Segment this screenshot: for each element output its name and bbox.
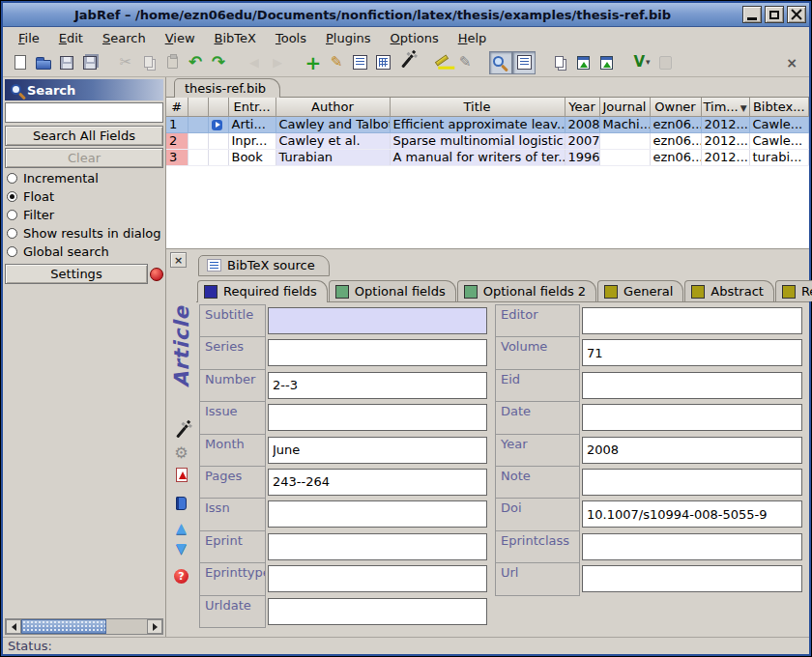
field-input-year[interactable] [582,437,802,464]
menu-file[interactable]: File [9,29,49,47]
open-file-icon[interactable] [176,497,187,510]
search-mode-incremental[interactable]: Incremental [5,169,163,187]
search-mode-dialog[interactable]: Show results in dialog [5,224,163,243]
menu-edit[interactable]: Edit [49,29,93,47]
menu-search[interactable]: Search [93,29,156,47]
col-entrytype[interactable]: Entr... [228,98,276,116]
toolbar-close-button[interactable]: × [780,51,803,74]
open-database-button[interactable] [32,51,55,74]
menu-tools[interactable]: Tools [266,29,316,47]
push-to-vim-button[interactable]: V▾ [630,51,653,74]
search-mode-filter[interactable]: Filter [5,206,163,224]
field-input-editor[interactable] [582,307,802,334]
toggle-search-button[interactable] [489,51,512,74]
table-row[interactable]: 3 Book Turabian A manual for writers of … [166,149,809,165]
search-input[interactable] [5,102,163,123]
forward-button[interactable]: ▶ [266,51,289,74]
field-input-number[interactable] [268,372,487,399]
field-input-month[interactable] [268,437,487,464]
tab-general[interactable]: General [597,280,683,301]
next-entry-icon[interactable]: ▼ [176,541,187,555]
save-database-button[interactable] [55,51,78,74]
push-to-lyx-button[interactable] [571,51,594,74]
table-row[interactable]: 2 Inpr... Cawley et al. Sparse multinomi… [166,132,809,149]
scroll-left-button[interactable] [6,619,21,634]
tab-bibtex-source[interactable]: BibTeX source [198,255,330,276]
close-entry-editor-button[interactable]: × [170,252,187,268]
scrollbar-thumb[interactable] [21,619,106,634]
copy-button[interactable] [137,51,160,74]
field-input-eprint[interactable] [268,533,487,560]
new-database-button[interactable] [9,51,32,74]
field-input-doi[interactable] [582,500,802,528]
clear-button[interactable]: Clear [5,148,163,168]
cut-button[interactable]: ✂ [114,51,137,74]
tab-thesis-ref-bib[interactable]: thesis-ref.bib [174,78,280,98]
horizontal-scrollbar[interactable] [5,618,163,635]
tab-optional-fields[interactable]: Optional fields [329,280,456,301]
col-ranking[interactable] [188,98,208,116]
field-input-date[interactable] [582,404,802,431]
copy-entries-button[interactable] [548,51,571,74]
table-row[interactable]: 1 Arti... Cawley and Talbot Efficient ap… [166,116,809,132]
save-all-databases-button[interactable] [78,51,102,74]
tab-required-fields[interactable]: Required fields [197,280,328,302]
field-input-url[interactable] [582,565,802,592]
search-settings-button[interactable]: Settings [5,264,148,284]
field-input-eprintclass[interactable] [582,533,802,560]
edit-entry-button[interactable]: ✎ [325,51,348,74]
close-button[interactable] [787,6,806,23]
scroll-right-button[interactable] [147,619,162,634]
col-number[interactable]: # [166,98,188,116]
mark-entries-button[interactable] [430,51,453,74]
undo-button[interactable]: ↶ [184,51,207,74]
edit-strings-button[interactable] [371,51,394,74]
tab-review[interactable]: Review [775,280,812,301]
col-owner[interactable]: Owner [650,98,701,116]
tab-optional-fields-2[interactable]: Optional fields 2 [457,280,596,301]
menu-options[interactable]: Options [381,29,449,47]
search-mode-float[interactable]: Float [5,187,163,206]
gear-icon[interactable]: ⚙ [174,445,188,461]
menu-plugins[interactable]: Plugins [316,29,381,47]
back-button[interactable]: ◀ [243,51,266,74]
new-entry-button[interactable]: + [302,51,325,74]
menu-help[interactable]: Help [449,29,497,47]
file-link-icon[interactable] [212,120,222,130]
col-file[interactable] [208,98,228,116]
col-title[interactable]: Title [390,98,565,116]
minimize-button[interactable] [742,6,762,23]
field-input-note[interactable] [582,469,802,496]
scrollbar-track[interactable] [106,619,147,634]
maximize-button[interactable] [765,6,784,23]
previous-entry-icon[interactable]: ▲ [176,521,187,534]
col-timestamp[interactable]: Tim...▼ [701,98,749,116]
paste-button[interactable] [160,51,184,74]
field-input-eprinttype[interactable] [268,565,487,592]
field-input-pages[interactable] [268,469,487,496]
col-author[interactable]: Author [276,98,390,116]
search-all-fields-button[interactable]: Search All Fields [5,126,163,146]
field-input-issn[interactable] [268,500,487,528]
push-to-winedt-button[interactable] [594,51,618,74]
col-journal[interactable]: Journal [599,98,650,116]
toggle-preview-button[interactable] [512,51,536,74]
field-input-subtitle[interactable] [268,307,487,334]
push-to-openoffice-button[interactable] [653,51,677,74]
menu-view[interactable]: View [156,29,205,47]
write-xmp-pdf-icon[interactable] [176,468,188,482]
menu-bibtex[interactable]: BibTeX [205,29,266,47]
field-input-urldate[interactable] [268,598,487,625]
field-input-volume[interactable] [582,339,802,366]
field-input-series[interactable] [268,339,487,366]
field-input-issue[interactable] [268,404,487,431]
help-icon[interactable]: ? [174,569,188,584]
unmark-entries-button[interactable]: ✎ [453,51,477,74]
generate-key-icon[interactable] [176,427,187,439]
col-bibtexkey[interactable]: Bibtex... [749,98,809,116]
search-mode-global[interactable]: Global search [5,243,163,261]
col-year[interactable]: Year [565,98,599,116]
new-entry-plain-text-button[interactable] [394,51,418,74]
redo-button[interactable]: ↷ [207,51,230,74]
tab-abstract[interactable]: Abstract [684,280,774,301]
